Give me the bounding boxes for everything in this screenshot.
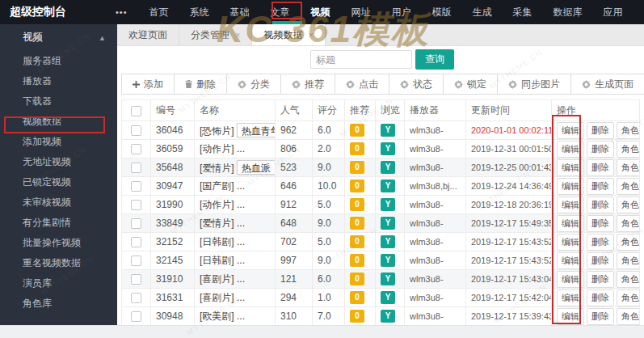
toolbar-button-8[interactable]: 同步图片: [497, 74, 571, 95]
role-button[interactable]: 角色: [617, 122, 640, 139]
role-button[interactable]: 角色: [617, 141, 640, 158]
role-button[interactable]: 角色: [617, 289, 640, 306]
browse-badge[interactable]: Y: [381, 217, 395, 230]
select-all-checkbox[interactable]: [131, 106, 141, 116]
menu-item-12[interactable]: 应用: [593, 0, 633, 24]
recommend-badge[interactable]: 0: [350, 273, 364, 285]
close-icon[interactable]: ×: [308, 24, 313, 45]
role-button[interactable]: 角色: [617, 196, 640, 213]
menu-item-1[interactable]: 首页: [139, 0, 179, 24]
delete-button[interactable]: 删除: [587, 289, 614, 306]
tab-1[interactable]: 欢迎页面: [117, 24, 179, 45]
sidebar-item-10[interactable]: 批量操作视频: [0, 233, 117, 253]
edit-button[interactable]: 编辑: [557, 141, 584, 158]
role-button[interactable]: 角色: [617, 271, 640, 288]
browse-badge[interactable]: Y: [381, 273, 395, 285]
edit-button[interactable]: 编辑: [557, 271, 584, 288]
menu-item-8[interactable]: 模版: [422, 0, 462, 24]
row-checkbox[interactable]: [131, 256, 141, 266]
toolbar-button-2[interactable]: 删除: [174, 74, 227, 95]
browse-badge[interactable]: Y: [381, 291, 395, 304]
sidebar-item-9[interactable]: 有分集剧情: [0, 213, 117, 233]
tab-3[interactable]: 视频数据×: [252, 24, 325, 45]
delete-button[interactable]: 删除: [587, 159, 614, 176]
sidebar-group-video[interactable]: 视频 ▲: [0, 24, 117, 51]
edit-button[interactable]: 编辑: [557, 196, 584, 213]
recommend-badge[interactable]: 0: [350, 217, 364, 230]
delete-button[interactable]: 删除: [587, 196, 614, 213]
menu-item-6[interactable]: 网址: [341, 0, 381, 24]
role-button[interactable]: 角色: [617, 178, 640, 195]
row-checkbox[interactable]: [131, 181, 141, 192]
menu-item-5[interactable]: 视频: [301, 0, 341, 24]
edit-button[interactable]: 编辑: [557, 289, 584, 306]
menu-item-10[interactable]: 采集: [503, 0, 543, 24]
sidebar-item-2[interactable]: 播放器: [0, 71, 117, 91]
row-checkbox[interactable]: [131, 237, 141, 247]
delete-button[interactable]: 删除: [587, 234, 614, 251]
recommend-badge[interactable]: 0: [350, 142, 364, 155]
delete-button[interactable]: 删除: [587, 271, 614, 288]
toolbar-button-9[interactable]: 生成页面: [570, 74, 644, 95]
sidebar-item-8[interactable]: 未审核视频: [0, 192, 117, 213]
delete-button[interactable]: 删除: [587, 308, 614, 325]
sidebar-item-6[interactable]: 无地址视频: [0, 152, 117, 172]
row-checkbox[interactable]: [131, 144, 141, 154]
menu-item-2[interactable]: 系统: [179, 0, 220, 24]
recommend-badge[interactable]: 0: [350, 180, 364, 192]
browse-badge[interactable]: Y: [381, 142, 395, 155]
recommend-badge[interactable]: 0: [350, 161, 364, 174]
sidebar-item-5[interactable]: 添加视频: [0, 132, 117, 152]
collapse-arrow-icon[interactable]: ▲: [99, 25, 106, 52]
recommend-badge[interactable]: 0: [350, 198, 364, 211]
search-input[interactable]: [310, 50, 412, 69]
row-checkbox[interactable]: [131, 311, 141, 322]
toolbar-button-6[interactable]: 状态: [389, 74, 444, 95]
delete-button[interactable]: 删除: [587, 178, 614, 195]
browse-badge[interactable]: Y: [381, 124, 395, 137]
sidebar-item-12[interactable]: 演员库: [0, 273, 117, 294]
edit-button[interactable]: 编辑: [557, 159, 584, 176]
edit-button[interactable]: 编辑: [557, 122, 584, 139]
menu-item-7[interactable]: 用户: [381, 0, 422, 24]
role-button[interactable]: 角色: [617, 252, 640, 269]
edit-button[interactable]: 编辑: [557, 308, 584, 325]
sidebar-item-1[interactable]: 服务器组: [0, 51, 117, 71]
toolbar-button-7[interactable]: 锁定: [443, 74, 498, 95]
sidebar-item-13[interactable]: 角色库: [0, 294, 117, 314]
recommend-badge[interactable]: 0: [350, 124, 364, 137]
edit-button[interactable]: 编辑: [557, 252, 584, 269]
browse-badge[interactable]: Y: [381, 254, 395, 267]
browse-badge[interactable]: Y: [381, 198, 395, 211]
browse-badge[interactable]: Y: [381, 235, 395, 248]
browse-badge[interactable]: Y: [381, 180, 395, 192]
browse-badge[interactable]: Y: [381, 310, 395, 323]
recommend-badge[interactable]: 0: [350, 310, 364, 323]
edit-button[interactable]: 编辑: [557, 178, 584, 195]
role-button[interactable]: 角色: [617, 159, 640, 176]
delete-button[interactable]: 删除: [587, 141, 614, 158]
delete-button[interactable]: 删除: [587, 122, 614, 139]
menu-item-9[interactable]: 生成: [462, 0, 503, 24]
toolbar-button-1[interactable]: 添加: [121, 74, 175, 95]
recommend-badge[interactable]: 0: [350, 254, 364, 267]
sidebar-item-3[interactable]: 下载器: [0, 91, 117, 112]
row-checkbox[interactable]: [131, 274, 141, 285]
browse-badge[interactable]: Y: [381, 161, 395, 174]
edit-button[interactable]: 编辑: [557, 215, 584, 232]
menu-item-11[interactable]: 数据库: [543, 0, 593, 24]
sidebar-item-4[interactable]: 视频数据: [0, 112, 117, 132]
delete-button[interactable]: 删除: [587, 215, 614, 232]
row-checkbox[interactable]: [131, 125, 141, 136]
row-checkbox[interactable]: [131, 293, 141, 303]
close-icon[interactable]: ×: [235, 24, 240, 45]
delete-button[interactable]: 删除: [587, 252, 614, 269]
edit-button[interactable]: 编辑: [557, 234, 584, 251]
role-button[interactable]: 角色: [617, 308, 640, 325]
row-checkbox[interactable]: [131, 200, 141, 210]
sidebar-item-7[interactable]: 已锁定视频: [0, 172, 117, 192]
search-button[interactable]: 查询: [415, 49, 454, 70]
role-button[interactable]: 角色: [617, 215, 640, 232]
row-checkbox[interactable]: [131, 163, 141, 173]
recommend-badge[interactable]: 0: [350, 235, 364, 248]
